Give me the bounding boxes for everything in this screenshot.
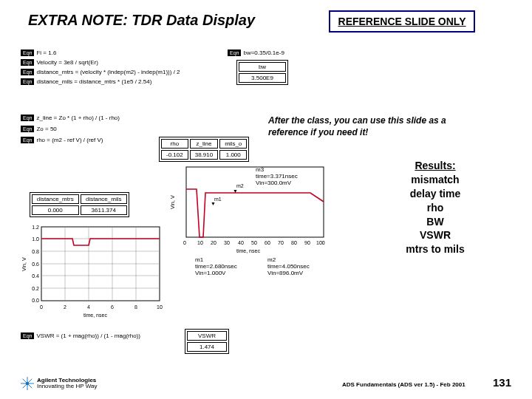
results-item: mismatch (391, 173, 480, 187)
results-block: Results: mismatch delay time rho BW VSWR… (391, 159, 480, 256)
eqn-row: Eqn rho = (m2 - ref V) / (ref V) (21, 137, 103, 143)
val: 1.474 (187, 342, 227, 352)
results-item: mtrs to mils (391, 242, 480, 256)
col: mils_o (219, 139, 247, 149)
eqn-row: Eqn Zo = 50 (21, 126, 57, 132)
col: bw (239, 62, 286, 72)
bw-readout-table: bw 3.500E9 (236, 60, 288, 85)
eqn-row-vswr: Eqn VSWR = (1 + mag(rho)) / (1 - mag(rho… (21, 332, 140, 339)
starburst-icon (21, 377, 34, 390)
col: distance_mtrs (32, 194, 79, 204)
results-item: BW (391, 215, 480, 229)
val: 3611.374 (81, 205, 128, 215)
eqn-text: distance_mils = distance_mtrs * (1e5 / 2… (36, 78, 151, 85)
eqn-badge-icon: Eqn (21, 78, 34, 85)
svg-text:60: 60 (265, 240, 270, 245)
marker-label-m1: m1 (214, 197, 222, 202)
ylabel-lower: Vin, V (21, 257, 27, 271)
eqn-badge-icon: Eqn (21, 69, 34, 75)
svg-text:50: 50 (251, 240, 257, 245)
col: rho (161, 139, 188, 149)
eqn-badge-icon: Eqn (21, 115, 34, 121)
eqn-row: Eqn distance_mtrs = (velocity * (indep(m… (21, 69, 180, 75)
svg-text:80: 80 (291, 240, 297, 245)
eqn-text: z_line = Zo * (1 + rho) / (1 - rho) (36, 115, 120, 121)
svg-rect-0 (186, 167, 324, 237)
svg-text:1.2: 1.2 (32, 225, 39, 230)
svg-text:20: 20 (211, 240, 216, 245)
svg-text:0: 0 (40, 304, 43, 310)
svg-text:0.4: 0.4 (32, 273, 39, 279)
marker-m3-caption: m3 time=3.371nsec Vin=300.0mV (256, 167, 298, 186)
svg-text:0.0: 0.0 (32, 298, 39, 303)
val: 1.000 (219, 150, 247, 160)
svg-text:0.8: 0.8 (32, 249, 39, 254)
eqn-row: Eqn z_line = Zo * (1 + rho) / (1 - rho) (21, 115, 120, 121)
reference-box: REFERENCE SLIDE ONLY (329, 10, 475, 33)
val: 0.000 (32, 205, 79, 215)
eqn-text: bw=0.35/0.1e-9 (243, 50, 284, 56)
svg-text:10: 10 (157, 304, 163, 310)
agilent-logo: Agilent Technologies Innovating the HP W… (21, 377, 97, 390)
marker-label-m2: m2 (236, 183, 244, 188)
marker-m1-caption: m1 time=2.680nsec Vin=1.000V (195, 257, 237, 276)
marker-m2-caption: m2 time=4.050nsec Vin=896.0mV (267, 257, 310, 276)
vswr-readout-table: VSWR 1.474 (185, 329, 229, 354)
svg-text:30: 30 (224, 240, 230, 245)
eqn-row: Eqn Velocity = 3e8 / sqrt(Er) (21, 59, 98, 66)
results-item: rho (391, 201, 480, 215)
results-item: delay time (391, 187, 480, 201)
svg-text:4: 4 (87, 304, 90, 310)
eqn-row-bw: Eqn bw=0.35/0.1e-9 (228, 50, 284, 56)
marker-m2: ▼ (233, 188, 238, 194)
svg-text:0.6: 0.6 (32, 262, 39, 267)
eqn-badge-icon: Eqn (21, 59, 34, 66)
marker-m1: ▼ (211, 201, 216, 206)
results-item: VSWR (391, 228, 480, 242)
after-class-note: After the class, you can use this slide … (268, 115, 446, 138)
eqn-row: Eqn distance_mils = distance_mtrs * (1e5… (21, 78, 151, 85)
page-title: EXTRA NOTE: TDR Data Display (28, 12, 255, 29)
svg-text:100: 100 (316, 240, 325, 245)
eqn-text: Fi = 1.6 (36, 50, 56, 56)
eqn-text: Velocity = 3e8 / sqrt(Er) (36, 59, 98, 66)
footer-text: ADS Fundamentals (ADS ver 1.5) - Feb 200… (342, 381, 468, 389)
svg-text:10: 10 (197, 240, 203, 245)
lower-plot: 1.21.00.8 0.60.40.2 0.0 024 6810 time, n… (21, 223, 168, 319)
svg-text:2: 2 (64, 304, 66, 310)
eqn-text: VSWR = (1 + mag(rho)) / (1 - mag(rho)) (36, 332, 140, 339)
upper-plot: ▼ ▼ m1 m2 01020 304050 607080 90100 time… (170, 161, 332, 268)
eqn-row: Eqn Fi = 1.6 (21, 50, 56, 56)
xlabel: time, nsec (236, 248, 260, 253)
val: 38.910 (190, 150, 218, 160)
col: z_line (190, 139, 218, 149)
logo-line2: Innovating the HP Way (37, 383, 97, 389)
eqn-text: distance_mtrs = (velocity * (indep(m2) -… (36, 69, 180, 75)
svg-text:1.0: 1.0 (32, 236, 39, 242)
page-number: 131 (493, 376, 511, 389)
col: VSWR (187, 331, 227, 341)
svg-text:70: 70 (278, 240, 284, 245)
eqn-text: Zo = 50 (36, 126, 56, 132)
svg-text:40: 40 (238, 240, 244, 245)
svg-text:8: 8 (134, 304, 137, 310)
eqn-badge-icon: Eqn (21, 332, 34, 339)
distance-readout-table: distance_mtrs distance_mils 0.000 3611.3… (30, 192, 129, 217)
eqn-text: rho = (m2 - ref V) / (ref V) (36, 137, 103, 143)
svg-text:0.2: 0.2 (32, 286, 39, 291)
rho-readout-table: rho z_line mils_o -0.102 38.910 1.000 (159, 137, 249, 162)
ylabel: Vin, V (170, 195, 175, 209)
results-heading: Results: (391, 159, 480, 173)
svg-text:6: 6 (111, 304, 114, 310)
val: -0.102 (161, 150, 188, 160)
eqn-badge-icon: Eqn (21, 137, 34, 143)
svg-text:0: 0 (183, 240, 186, 245)
col: distance_mils (81, 194, 128, 204)
eqn-badge-icon: Eqn (21, 50, 34, 56)
svg-text:90: 90 (304, 240, 310, 245)
val: 3.500E9 (239, 73, 286, 83)
eqn-badge-icon: Eqn (228, 50, 241, 56)
xlabel-lower: time, nsec (83, 313, 107, 318)
eqn-badge-icon: Eqn (21, 126, 34, 132)
